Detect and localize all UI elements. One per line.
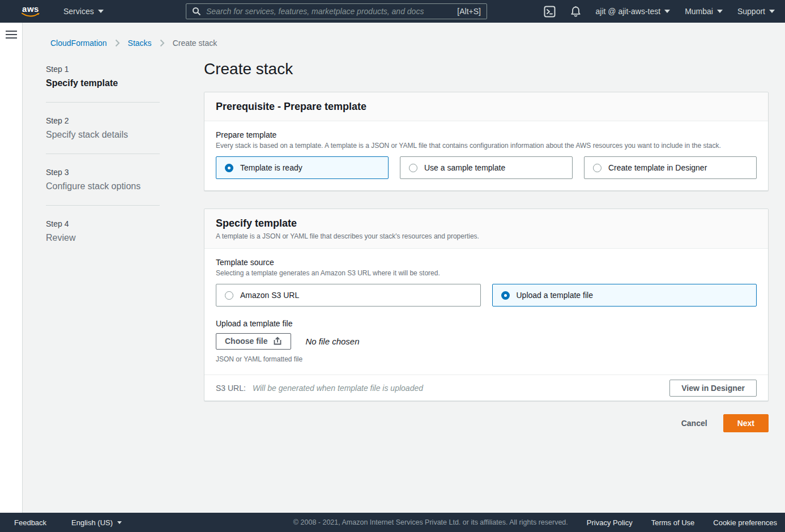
divider xyxy=(46,102,160,103)
option-label: Amazon S3 URL xyxy=(240,291,299,300)
side-nav-rail xyxy=(0,23,23,513)
support-label: Support xyxy=(737,7,765,16)
main-content: CloudFormation Stacks Create stack Step … xyxy=(23,23,785,513)
s3-url-label: S3 URL: xyxy=(216,384,246,393)
wizard-steps-nav: Step 1 Specify template Step 2 Specify s… xyxy=(46,63,160,243)
breadcrumb-chevron-icon xyxy=(160,39,165,47)
prerequisite-panel-title: Prerequisite - Prepare template xyxy=(216,101,757,113)
language-selector[interactable]: English (US) xyxy=(71,518,122,527)
breadcrumb-chevron-icon xyxy=(115,39,120,47)
radio-unselected-icon xyxy=(225,291,233,300)
view-in-designer-button[interactable]: View in Designer xyxy=(669,380,757,397)
services-label: Services xyxy=(63,7,94,16)
aws-smile-icon xyxy=(21,12,40,18)
aws-logo-text: aws xyxy=(22,5,39,12)
next-button[interactable]: Next xyxy=(723,414,769,432)
step-3-configure-stack-options[interactable]: Step 3 Configure stack options xyxy=(46,167,160,191)
template-source-description: Selecting a template generates an Amazon… xyxy=(216,269,757,277)
feedback-link[interactable]: Feedback xyxy=(14,518,46,527)
breadcrumb-stacks[interactable]: Stacks xyxy=(128,39,152,48)
step-title: Specify template xyxy=(46,78,160,88)
notifications-bell-icon[interactable] xyxy=(570,6,581,18)
s3-url-placeholder-text: Will be generated when template file is … xyxy=(253,384,423,393)
divider xyxy=(46,205,160,206)
search-icon xyxy=(192,7,201,16)
breadcrumb: CloudFormation Stacks Create stack xyxy=(50,39,217,48)
prerequisite-panel: Prerequisite - Prepare template Prepare … xyxy=(204,92,769,191)
copyright-text: © 2008 - 2021, Amazon Internet Services … xyxy=(293,518,568,526)
option-use-sample-template[interactable]: Use a sample template xyxy=(400,156,573,179)
chevron-down-icon xyxy=(769,10,775,13)
option-label: Use a sample template xyxy=(424,163,505,172)
prepare-template-description: Every stack is based on a template. A te… xyxy=(216,142,757,150)
no-file-chosen-text: No file chosen xyxy=(305,337,359,346)
support-menu[interactable]: Support xyxy=(737,7,775,16)
step-4-review[interactable]: Step 4 Review xyxy=(46,218,160,243)
step-1-specify-template[interactable]: Step 1 Specify template xyxy=(46,63,160,88)
terms-of-use-link[interactable]: Terms of Use xyxy=(651,518,695,527)
option-label: Create template in Designer xyxy=(608,163,707,172)
template-source-options: Amazon S3 URL Upload a template file xyxy=(216,284,757,307)
option-label: Template is ready xyxy=(240,163,302,172)
step-number: Step 3 xyxy=(46,168,160,177)
step-2-specify-stack-details[interactable]: Step 2 Specify stack details xyxy=(46,115,160,140)
cloudshell-icon[interactable] xyxy=(544,6,556,18)
cancel-button[interactable]: Cancel xyxy=(681,419,707,428)
template-source-label: Template source xyxy=(216,258,757,267)
top-navigation-bar: aws Services [Alt+S] xyxy=(0,0,785,23)
services-menu[interactable]: Services xyxy=(63,7,104,16)
divider xyxy=(46,154,160,154)
step-number: Step 4 xyxy=(46,219,160,228)
file-format-hint: JSON or YAML formatted file xyxy=(216,355,757,363)
radio-selected-icon xyxy=(501,291,510,300)
option-create-template-in-designer[interactable]: Create template in Designer xyxy=(584,156,757,179)
breadcrumb-cloudformation[interactable]: CloudFormation xyxy=(50,39,107,48)
specify-template-panel-description: A template is a JSON or YAML file that d… xyxy=(216,232,757,240)
upload-template-file-label: Upload a template file xyxy=(216,319,757,328)
step-number: Step 2 xyxy=(46,116,160,125)
option-amazon-s3-url[interactable]: Amazon S3 URL xyxy=(216,284,481,307)
menu-hamburger-icon[interactable] xyxy=(6,31,17,39)
option-template-is-ready[interactable]: Template is ready xyxy=(216,156,389,179)
account-menu[interactable]: ajit @ ajit-aws-test xyxy=(596,7,671,16)
prerequisite-panel-header: Prerequisite - Prepare template xyxy=(204,92,768,121)
step-title: Specify stack details xyxy=(46,130,160,140)
step-title: Configure stack options xyxy=(46,181,160,191)
chevron-down-icon xyxy=(664,10,670,13)
prepare-template-label: Prepare template xyxy=(216,130,757,139)
specify-template-panel-footer: S3 URL: Will be generated when template … xyxy=(204,374,768,401)
choose-file-label: Choose file xyxy=(225,337,267,346)
step-title: Review xyxy=(46,233,160,243)
chevron-down-icon xyxy=(117,521,122,524)
specify-template-panel: Specify template A template is a JSON or… xyxy=(204,208,769,401)
page-title: Create stack xyxy=(204,60,769,78)
step-number: Step 1 xyxy=(46,65,160,74)
specify-template-panel-title: Specify template xyxy=(216,218,757,229)
global-search[interactable]: [Alt+S] xyxy=(186,3,487,19)
radio-unselected-icon xyxy=(593,164,601,172)
search-shortcut-hint: [Alt+S] xyxy=(457,7,481,16)
prepare-template-options: Template is ready Use a sample template … xyxy=(216,156,757,179)
search-input[interactable] xyxy=(206,7,452,16)
region-label: Mumbai xyxy=(685,7,713,16)
footer-bar: Feedback English (US) © 2008 - 2021, Ama… xyxy=(0,513,785,532)
chevron-down-icon xyxy=(98,10,104,13)
account-label: ajit @ ajit-aws-test xyxy=(596,7,661,16)
chevron-down-icon xyxy=(717,10,723,13)
choose-file-button[interactable]: Choose file xyxy=(216,333,291,350)
option-upload-template-file[interactable]: Upload a template file xyxy=(492,284,757,307)
wizard-actions: Cancel Next xyxy=(204,414,769,432)
language-label: English (US) xyxy=(71,518,113,527)
privacy-policy-link[interactable]: Privacy Policy xyxy=(587,518,633,527)
cookie-preferences-link[interactable]: Cookie preferences xyxy=(713,518,777,527)
region-menu[interactable]: Mumbai xyxy=(685,7,723,16)
upload-icon xyxy=(273,337,282,346)
aws-logo[interactable]: aws xyxy=(20,5,41,18)
option-label: Upload a template file xyxy=(517,291,593,300)
specify-template-panel-header: Specify template A template is a JSON or… xyxy=(204,209,768,249)
radio-unselected-icon xyxy=(409,164,417,172)
radio-selected-icon xyxy=(225,164,233,172)
